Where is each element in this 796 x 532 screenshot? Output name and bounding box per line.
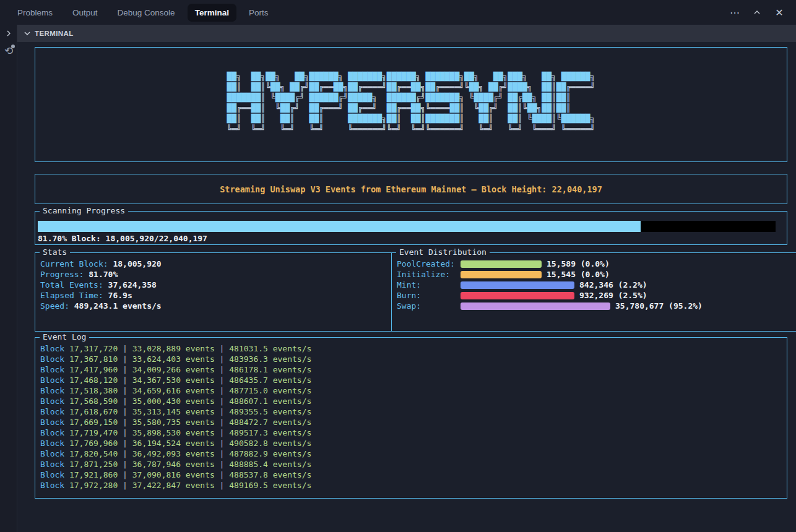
distribution-label: PoolCreated:: [397, 259, 461, 268]
stats-box: Stats Current Block: 18,005,920 Progress…: [35, 252, 402, 332]
distribution-label: Initialize:: [397, 270, 461, 279]
distribution-bar: [461, 292, 574, 299]
log-events: 35,313,145 events: [132, 407, 215, 416]
log-block-word: Block: [40, 354, 69, 364]
log-rate: 486435.7 events/s: [229, 375, 311, 385]
tab-debug-console[interactable]: Debug Console: [110, 4, 183, 22]
stat-label: Elapsed Time:: [40, 291, 103, 300]
scanning-progress-box: Scanning Progress 81.70% Block: 18,005,9…: [35, 211, 787, 245]
log-block-number: 17,618,670: [69, 407, 118, 416]
log-events: 33,028,889 events: [132, 344, 215, 353]
stat-row: Current Block: 18,005,920: [40, 259, 402, 269]
event-log-row: Block 17,820,540 | 36,492,093 events | 4…: [40, 448, 787, 459]
sync-badge-dot: [11, 45, 15, 48]
log-separator: |: [215, 354, 229, 364]
panel-tabbar: Problems Output Debug Console Terminal P…: [0, 0, 796, 25]
log-rate: 487882.9 events/s: [229, 449, 311, 458]
tab-terminal[interactable]: Terminal: [188, 4, 236, 22]
log-separator: |: [118, 428, 132, 437]
log-separator: |: [215, 386, 229, 395]
log-events: 34,659,616 events: [132, 386, 215, 395]
event-log-row: Block 17,719,470 | 35,898,530 events | 4…: [40, 427, 787, 438]
event-distribution-title: Event Distribution: [396, 247, 490, 257]
progress-bar-track: [38, 221, 776, 232]
log-separator: |: [215, 449, 229, 458]
log-block-word: Block: [40, 470, 69, 479]
log-separator: |: [215, 365, 229, 374]
terminal-header: TERMINAL: [17, 25, 796, 42]
log-block-word: Block: [40, 375, 69, 385]
event-log-row: Block 17,618,670 | 35,313,145 events | 4…: [40, 406, 787, 417]
distribution-label: Swap:: [397, 301, 461, 311]
log-events: 36,787,946 events: [132, 460, 215, 469]
log-block-word: Block: [40, 449, 69, 458]
stat-label: Speed:: [40, 301, 69, 311]
more-actions-icon[interactable]: ⋯: [728, 6, 742, 19]
event-log-row: Block 17,468,120 | 34,367,530 events | 4…: [40, 375, 787, 385]
log-separator: |: [215, 428, 229, 437]
maximize-panel-icon[interactable]: [750, 6, 764, 19]
tab-output[interactable]: Output: [65, 4, 105, 22]
distribution-label: Burn:: [397, 291, 461, 300]
chevron-right-icon[interactable]: [3, 28, 14, 39]
stat-value: 489,243.1 events/s: [69, 301, 162, 311]
stat-row: Elapsed Time: 76.9s: [40, 290, 402, 301]
stream-subtitle: Streaming Uniswap V3 Events from Ethereu…: [220, 184, 602, 194]
distribution-row: Initialize: 15,545 (0.0%): [397, 269, 796, 280]
log-separator: |: [215, 470, 229, 479]
log-block-number: 17,921,860: [69, 470, 118, 479]
log-events: 35,000,430 events: [132, 397, 215, 406]
stat-label: Total Events:: [40, 280, 103, 290]
log-rate: 481031.5 events/s: [229, 344, 311, 353]
event-log-row: Block 17,669,150 | 35,580,735 events | 4…: [40, 417, 787, 427]
log-separator: |: [215, 344, 229, 353]
progress-bar-fill: [38, 221, 641, 232]
stat-value: 37,624,358: [103, 280, 157, 290]
chevron-down-icon[interactable]: [22, 28, 32, 38]
log-separator: |: [118, 460, 132, 469]
event-distribution-box: Event Distribution PoolCreated: 15,589 (…: [391, 252, 796, 332]
tab-ports[interactable]: Ports: [241, 4, 276, 22]
log-events: 34,009,266 events: [132, 365, 215, 374]
log-separator: |: [118, 344, 132, 353]
close-panel-icon[interactable]: ✕: [772, 6, 786, 19]
log-separator: |: [215, 397, 229, 406]
log-separator: |: [118, 418, 132, 427]
log-block-word: Block: [40, 344, 69, 353]
stats-title: Stats: [40, 247, 70, 257]
log-block-number: 17,317,720: [69, 344, 118, 353]
log-events: 34,367,530 events: [132, 375, 215, 385]
log-rate: 490582.8 events/s: [229, 439, 311, 448]
distribution-bar: [461, 271, 542, 278]
log-rate: 488472.7 events/s: [229, 418, 311, 427]
event-log-row: Block 17,972,280 | 37,422,847 events | 4…: [40, 480, 787, 491]
progress-text: 81.70% Block: 18,005,920/22,040,197: [38, 234, 207, 243]
distribution-label: Mint:: [397, 280, 461, 290]
banner-box: ██╗ ██╗██╗ ██╗██████╗ ███████╗██████╗ ██…: [35, 47, 787, 162]
log-block-number: 17,367,810: [69, 354, 118, 364]
stat-row: Total Events: 37,624,358: [40, 280, 402, 290]
event-log-row: Block 17,769,960 | 36,194,524 events | 4…: [40, 438, 787, 448]
event-log-row: Block 17,367,810 | 33,624,403 events | 4…: [40, 354, 787, 364]
log-block-number: 17,972,280: [69, 481, 118, 490]
log-block-word: Block: [40, 481, 69, 490]
log-block-number: 17,568,590: [69, 397, 118, 406]
tab-problems[interactable]: Problems: [10, 4, 60, 22]
log-block-number: 17,719,470: [69, 428, 118, 437]
event-log-title: Event Log: [40, 332, 89, 342]
log-rate: 483936.3 events/s: [229, 354, 311, 364]
log-rate: 488537.8 events/s: [229, 470, 311, 479]
log-rate: 488607.1 events/s: [229, 397, 311, 406]
log-events: 36,194,524 events: [132, 439, 215, 448]
log-separator: |: [118, 365, 132, 374]
event-log-box: Event Log Block 17,317,720 | 33,028,889 …: [35, 337, 787, 499]
distribution-row: Swap: 35,780,677 (95.2%): [397, 301, 796, 311]
distribution-bar: [461, 302, 610, 310]
terminal-screen[interactable]: ██╗ ██╗██╗ ██╗██████╗ ███████╗██████╗ ██…: [17, 42, 796, 532]
panel-actions: ⋯ ✕: [728, 6, 796, 19]
distribution-rows: PoolCreated: 15,589 (0.0%) Initialize: 1…: [392, 253, 796, 311]
log-block-word: Block: [40, 418, 69, 427]
log-events: 33,624,403 events: [132, 354, 215, 364]
sync-icon[interactable]: ⟲: [2, 45, 15, 58]
log-block-word: Block: [40, 386, 69, 395]
